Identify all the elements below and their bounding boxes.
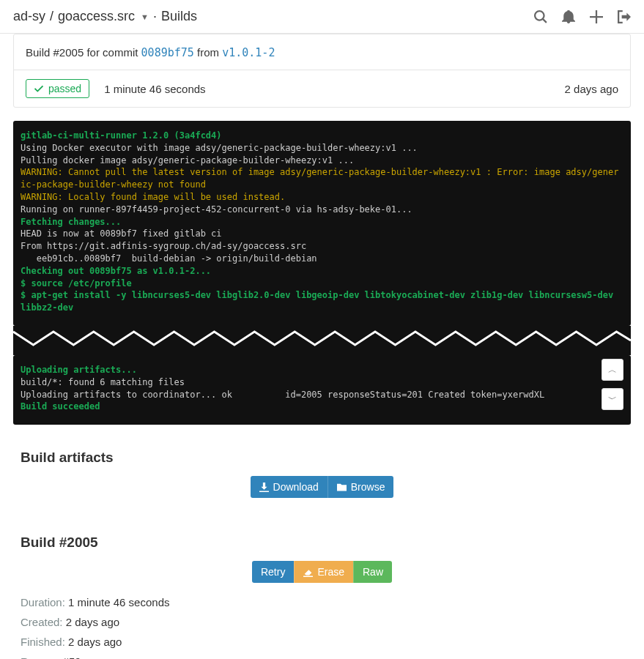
- build-details-title: Build #2005: [13, 523, 631, 561]
- breadcrumb-repo[interactable]: goaccess.src: [58, 9, 135, 24]
- meta-value: 1 minute 46 seconds: [68, 596, 169, 608]
- erase-label: Erase: [317, 566, 344, 578]
- download-icon: [259, 483, 269, 492]
- header-actions: [534, 10, 631, 23]
- eraser-icon: [303, 567, 313, 577]
- meta-duration: Duration: 1 minute 46 seconds: [21, 596, 623, 608]
- status-label: passed: [48, 83, 81, 94]
- scroll-top-button[interactable]: ︿: [602, 359, 623, 381]
- breadcrumb: ad-sy / goaccess.src ▼ · Builds: [13, 9, 197, 24]
- ref-link[interactable]: v1.0.1-2: [222, 46, 275, 59]
- download-button[interactable]: Download: [251, 476, 327, 498]
- build-duration: 1 minute 46 seconds: [104, 83, 205, 95]
- log-line: $ source /etc/profile: [21, 278, 623, 290]
- log-line: Checking out 0089bf75 as v1.0.1-2...: [21, 265, 623, 278]
- log-line: Build succeeded: [21, 401, 623, 413]
- build-actions: Retry Erase Raw: [13, 561, 631, 596]
- meta-value: 2 days ago: [66, 616, 119, 628]
- build-title-mid: from: [194, 46, 222, 59]
- meta-label: Finished:: [21, 636, 68, 648]
- page-header: ad-sy / goaccess.src ▼ · Builds: [0, 0, 644, 34]
- commit-link[interactable]: 0089bf75: [141, 46, 194, 59]
- log-line: From https://git.adfinis-sygroup.ch/ad-s…: [21, 240, 623, 253]
- log-line: eeb91cb..0089bf7 build-debian -> origin/…: [21, 253, 623, 265]
- artifacts-card: Build artifacts Download Browse: [13, 438, 631, 510]
- log-line: WARNING: Cannot pull the latest version …: [21, 166, 623, 191]
- log-truncation-divider: [13, 326, 631, 355]
- meta-created: Created: 2 days ago: [21, 616, 623, 628]
- chevron-down-icon[interactable]: ▼: [141, 12, 149, 21]
- status-badge: passed: [26, 79, 89, 98]
- log-line: Pulling docker image adsy/generic-packag…: [21, 154, 623, 167]
- build-log: gitlab-ci-multi-runner 1.2.0 (3a4fcd4)Us…: [13, 121, 631, 326]
- log-line: gitlab-ci-multi-runner 1.2.0 (3a4fcd4): [21, 130, 623, 142]
- meta-label: Created:: [21, 616, 66, 628]
- sign-out-icon[interactable]: [618, 10, 631, 23]
- check-icon: [34, 83, 44, 94]
- scroll-bottom-button[interactable]: ﹀: [602, 388, 623, 410]
- breadcrumb-page-sep: ·: [153, 9, 157, 24]
- meta-value: 2 days ago: [68, 636, 122, 648]
- plus-icon[interactable]: [590, 10, 603, 23]
- log-line: Uploading artifacts...: [21, 364, 623, 376]
- log-line: HEAD is now at 0089bf7 fixed gitlab ci: [21, 228, 623, 240]
- search-icon[interactable]: [534, 10, 547, 23]
- artifacts-title: Build artifacts: [13, 438, 631, 476]
- meta-label: Duration:: [21, 596, 68, 608]
- build-details-card: Build #2005 Retry Erase Raw Duration: 1 …: [13, 523, 631, 659]
- breadcrumb-page[interactable]: Builds: [161, 9, 197, 24]
- build-ago: 2 days ago: [565, 83, 618, 95]
- meta-value: #59: [63, 655, 81, 659]
- terminal-wrap: gitlab-ci-multi-runner 1.2.0 (3a4fcd4)Us…: [13, 121, 631, 425]
- build-status-row: passed 1 minute 46 seconds 2 days ago: [14, 70, 630, 107]
- log-line: build/*: found 6 matching files: [21, 376, 623, 389]
- build-log-tail: Uploading artifacts...build/*: found 6 m…: [13, 355, 631, 425]
- log-line: Fetching changes...: [21, 216, 623, 228]
- folder-icon: [337, 483, 347, 492]
- breadcrumb-sep: /: [50, 9, 53, 24]
- log-line: WARNING: Locally found image will be use…: [21, 191, 623, 204]
- log-line: Running on runner-897f4459-project-452-c…: [21, 204, 623, 216]
- download-label: Download: [273, 481, 319, 493]
- erase-button[interactable]: Erase: [294, 561, 353, 583]
- artifact-buttons: Download Browse: [13, 476, 631, 510]
- log-line: Using Docker executor with image adsy/ge…: [21, 142, 623, 154]
- raw-button[interactable]: Raw: [353, 561, 392, 583]
- meta-finished: Finished: 2 days ago: [21, 636, 623, 648]
- build-title: Build #2005 for commit 0089bf75 from v1.…: [14, 34, 630, 70]
- build-meta: Duration: 1 minute 46 seconds Created: 2…: [13, 596, 631, 659]
- build-title-prefix: Build #2005 for commit: [26, 46, 141, 59]
- meta-runner: Runner: #59: [21, 655, 623, 659]
- retry-button[interactable]: Retry: [252, 561, 294, 583]
- browse-label: Browse: [351, 481, 385, 493]
- breadcrumb-owner[interactable]: ad-sy: [13, 9, 45, 24]
- terminal-nav: ︿ ﹀: [602, 359, 623, 410]
- bell-icon[interactable]: [562, 10, 575, 23]
- meta-label: Runner:: [21, 655, 63, 659]
- log-line: Uploading artifacts to coordinator... ok…: [21, 389, 623, 401]
- build-summary-card: Build #2005 for commit 0089bf75 from v1.…: [13, 34, 631, 108]
- browse-button[interactable]: Browse: [327, 476, 394, 498]
- log-line: $ apt-get install -y libncurses5-dev lib…: [21, 289, 623, 314]
